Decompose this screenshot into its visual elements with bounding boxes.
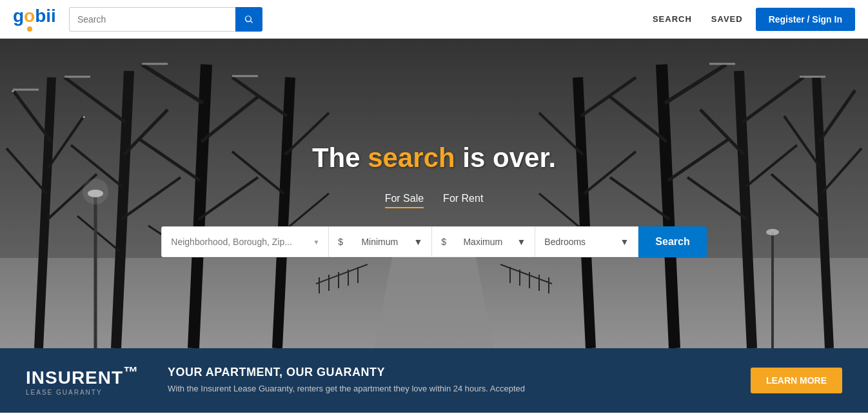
nav-search-link[interactable]: SEARCH	[653, 14, 692, 24]
hero-search-row: ▼ $ Minimum ▼ $ Maximum ▼ Bedrooms ▼ Sea…	[161, 226, 706, 257]
learn-more-button[interactable]: LEARN MORE	[751, 368, 842, 393]
logo-dot	[27, 26, 32, 32]
insurent-logo: INSURENT™ LEASE GUARANTY	[26, 365, 142, 395]
minimum-dollar: $	[338, 237, 343, 247]
banner-title: YOUR APARTMENT, OUR GUARANTY	[168, 366, 725, 379]
bedrooms-dropdown[interactable]: Bedrooms ▼	[535, 226, 638, 257]
insurent-tm: ™	[123, 364, 139, 380]
bedrooms-arrow: ▼	[620, 237, 629, 247]
hero-tabs: For Sale For Rent	[385, 193, 484, 208]
hero-content: The search is over. For Sale For Rent ▼ …	[0, 39, 868, 348]
banner-description: With the Insurent Lease Guaranty, renter…	[168, 383, 725, 395]
bottom-banner: INSURENT™ LEASE GUARANTY YOUR APARTMENT,…	[0, 348, 868, 413]
header-search-input[interactable]	[69, 7, 235, 32]
nav-saved-link[interactable]: SAVED	[711, 14, 743, 24]
minimum-dropdown[interactable]: $ Minimum ▼	[329, 226, 432, 257]
minimum-arrow: ▼	[413, 237, 422, 247]
hero-search-button[interactable]: Search	[638, 226, 706, 257]
minimum-label: Minimum	[361, 237, 398, 247]
logo-text: gobii	[13, 7, 56, 25]
maximum-dollar: $	[441, 237, 446, 247]
register-button[interactable]: Register / Sign In	[756, 8, 855, 31]
banner-text-block: YOUR APARTMENT, OUR GUARANTY With the In…	[168, 366, 725, 395]
maximum-arrow: ▼	[517, 237, 526, 247]
insurent-brand-name: INSURENT™	[26, 365, 142, 387]
search-icon	[244, 14, 254, 25]
hero-title: The search is over.	[312, 143, 556, 173]
bedrooms-label: Bedrooms	[544, 237, 586, 247]
maximum-dropdown[interactable]: $ Maximum ▼	[432, 226, 535, 257]
navbar: gobii SEARCH SAVED Register / Sign In	[0, 0, 868, 39]
header-search-button[interactable]	[235, 7, 262, 32]
location-dropdown-arrow: ▼	[313, 239, 319, 246]
tab-for-sale[interactable]: For Sale	[385, 193, 424, 208]
tab-for-rent[interactable]: For Rent	[443, 193, 483, 208]
hero-location-field[interactable]: ▼	[161, 226, 329, 257]
insurent-sub-label: LEASE GUARANTY	[26, 389, 142, 396]
logo-link[interactable]: gobii	[13, 7, 56, 32]
maximum-label: Maximum	[463, 237, 502, 247]
nav-links: SEARCH SAVED	[653, 14, 743, 24]
hero-section: The search is over. For Sale For Rent ▼ …	[0, 39, 868, 348]
header-search-bar	[69, 7, 262, 32]
hero-location-input[interactable]	[171, 237, 309, 247]
